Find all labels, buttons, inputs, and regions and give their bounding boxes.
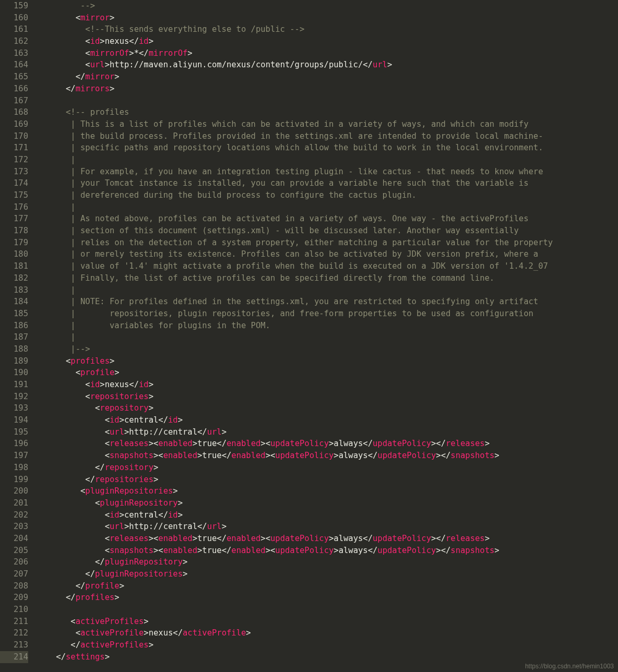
code-line[interactable]: | NOTE: For profiles defined in the sett…	[37, 296, 618, 308]
code-line[interactable]	[37, 604, 618, 616]
code-line[interactable]: </mirror>	[37, 71, 618, 83]
code-line[interactable]: <!--This sends everything else to /publi…	[37, 23, 618, 35]
code-line[interactable]: <activeProfiles>	[37, 616, 618, 628]
code-line[interactable]: <releases><enabled>true</enabled><update…	[37, 533, 618, 545]
bracket: </	[363, 60, 373, 69]
code-line[interactable]: | As noted above, profiles can be activa…	[37, 213, 618, 225]
code-line[interactable]: </activeProfiles>	[37, 639, 618, 651]
code-line[interactable]: | specific paths and repository location…	[37, 142, 618, 154]
bracket: >	[110, 84, 114, 93]
code-line[interactable]: <url>http://maven.aliyun.com/nexus/conte…	[37, 59, 618, 71]
code-line[interactable]: <mirrorOf>*</mirrorOf>	[37, 47, 618, 59]
code-line[interactable]: |	[37, 284, 618, 296]
code-area[interactable]: --> <mirror> <!--This sends everything e…	[33, 0, 618, 663]
code-line[interactable]: | relies on the detection of a system pr…	[37, 237, 618, 249]
code-line[interactable]: </repositories>	[37, 474, 618, 486]
code-line[interactable]: | For example, if you have an integratio…	[37, 166, 618, 178]
code-line[interactable]: <id>central</id>	[37, 414, 618, 426]
code-line[interactable]: <!-- profiles	[37, 106, 618, 118]
code-line[interactable]: <id>central</id>	[37, 509, 618, 521]
code-line[interactable]: | variables for plugins in the POM.	[37, 320, 618, 332]
code-line[interactable]: </profile>	[37, 580, 618, 592]
code-line[interactable]: </mirrors>	[37, 83, 618, 95]
line-number: 196	[0, 438, 28, 450]
code-line[interactable]: <profiles>	[37, 355, 618, 367]
bracket: >	[178, 510, 183, 520]
comment-text: | Finally, the list of active profiles c…	[70, 273, 494, 283]
code-line[interactable]: </profiles>	[37, 592, 618, 604]
code-line[interactable]: <pluginRepositories>	[37, 485, 618, 497]
code-line[interactable]: <id>nexus</id>	[37, 379, 618, 391]
code-line[interactable]: <snapshots><enabled>true</enabled><updat…	[37, 545, 618, 557]
code-line[interactable]: |	[37, 201, 618, 213]
bracket: </	[173, 628, 183, 638]
line-number: 161	[0, 23, 28, 35]
comment-text: | specific paths and repository location…	[70, 143, 543, 152]
code-line[interactable]: | repositories, plugin repositories, and…	[37, 308, 618, 320]
xml-tag: id	[168, 510, 178, 520]
line-number: 205	[0, 545, 28, 557]
line-number: 162	[0, 35, 28, 47]
code-line[interactable]: | the build process. Profiles provided i…	[37, 130, 618, 142]
code-line[interactable]: <activeProfile>nexus</activeProfile>	[37, 627, 618, 639]
xml-tag: enabled	[227, 439, 260, 448]
code-line[interactable]: | your Tomcat instance is installed, you…	[37, 177, 618, 189]
text: nexus	[149, 628, 173, 638]
code-line[interactable]: | Finally, the list of active profiles c…	[37, 272, 618, 284]
code-line[interactable]: | section of this document (settings.xml…	[37, 225, 618, 237]
code-line[interactable]: <releases><enabled>true</enabled><update…	[37, 438, 618, 450]
bracket: <	[85, 37, 90, 46]
code-line[interactable]: | value of '1.4' might activate a profil…	[37, 260, 618, 272]
code-line[interactable]: | This is a list of profiles which can b…	[37, 118, 618, 130]
bracket: >	[124, 522, 129, 531]
comment-text: | relies on the detection of a system pr…	[70, 238, 553, 247]
code-line[interactable]: <pluginRepository>	[37, 497, 618, 509]
code-line[interactable]: <url>http://central</url>	[37, 426, 618, 438]
code-line[interactable]: </repository>	[37, 462, 618, 474]
code-line[interactable]: <mirror>	[37, 12, 618, 24]
line-number: 179	[0, 237, 28, 249]
code-line[interactable]: <profile>	[37, 367, 618, 379]
bracket: ><	[266, 546, 276, 555]
line-number: 190	[0, 367, 28, 379]
line-number: 198	[0, 462, 28, 474]
code-line[interactable]: | dereferenced during the build process …	[37, 189, 618, 201]
line-number: 173	[0, 166, 28, 178]
xml-tag: repository	[100, 403, 148, 413]
xml-tag: releases	[110, 534, 149, 543]
bracket: >	[246, 628, 251, 638]
code-line[interactable]: | or merely testing its existence. Profi…	[37, 248, 618, 260]
bracket: <	[76, 368, 80, 377]
bracket: >	[485, 439, 490, 448]
bracket: <	[105, 451, 110, 460]
xml-tag: enabled	[227, 534, 260, 543]
code-line[interactable]: <repositories>	[37, 391, 618, 403]
bracket: >	[193, 534, 197, 543]
code-line[interactable]: </pluginRepository>	[37, 556, 618, 568]
code-line[interactable]: |	[37, 154, 618, 166]
line-number: 165	[0, 71, 28, 83]
code-line[interactable]: <url>http://central</url>	[37, 521, 618, 533]
xml-tag: repositories	[90, 392, 149, 401]
code-line[interactable]: </settings>	[37, 651, 618, 663]
code-line[interactable]: |-->	[37, 343, 618, 355]
bracket: >	[149, 380, 153, 389]
bracket: <	[76, 628, 80, 638]
code-line[interactable]	[37, 95, 618, 107]
code-line[interactable]: <repository>	[37, 402, 618, 414]
comment-text: |	[70, 155, 75, 164]
code-line[interactable]: -->	[37, 0, 618, 12]
code-line[interactable]: <id>nexus</id>	[37, 35, 618, 47]
bracket: >	[124, 427, 129, 437]
code-editor[interactable]: 1591601611621631641651661671681691701711…	[0, 0, 618, 663]
code-line[interactable]: <snapshots><enabled>true</enabled><updat…	[37, 450, 618, 462]
code-line[interactable]: </pluginRepositories>	[37, 568, 618, 580]
code-line[interactable]: |	[37, 331, 618, 343]
xml-tag: releases	[110, 439, 149, 448]
comment-text: <!--This sends everything else to /publi…	[85, 25, 304, 34]
bracket: >	[149, 403, 153, 413]
bracket: >	[110, 356, 114, 366]
text: always	[339, 451, 368, 460]
bracket: ><	[153, 451, 163, 460]
xml-tag: enabled	[231, 546, 265, 555]
